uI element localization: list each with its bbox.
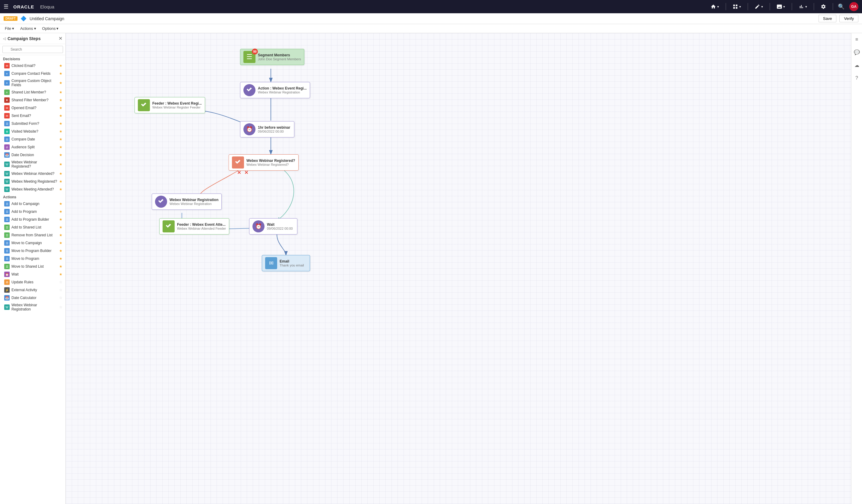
star-icon[interactable]: ★ (59, 129, 63, 134)
list-item[interactable]: ☰ Move to Program ★ (0, 255, 65, 263)
list-item[interactable]: ✉ Clicked Email? ★ (0, 62, 65, 70)
list-item[interactable]: ≡ Compare Contact Fields ★ (0, 70, 65, 78)
nav-separator-5 (814, 3, 814, 10)
star-icon[interactable]: ☆ (59, 280, 63, 284)
options-menu[interactable]: Options ▾ (40, 25, 61, 32)
star-icon[interactable]: ★ (59, 81, 63, 85)
user-avatar[interactable]: GA (849, 2, 858, 11)
star-icon[interactable]: ★ (59, 225, 63, 229)
right-panel-help-btn[interactable]: ? (854, 74, 859, 82)
star-icon[interactable]: ★ (59, 98, 63, 102)
webex-registration-node[interactable]: Webex Webinar Registration Webex Webinar… (152, 194, 222, 210)
right-panel-list-btn[interactable]: ≡ (854, 36, 859, 43)
list-item[interactable]: ⊘ Audience Split ★ (0, 143, 65, 151)
search-nav-btn[interactable]: 🔍 (838, 3, 845, 10)
step-label: Compare Contact Fields (12, 71, 57, 76)
canvas-area[interactable]: 99 ☰ Segment Members John Doe Segment Me… (66, 33, 851, 504)
star-icon[interactable]: ★ (59, 202, 63, 206)
star-icon[interactable]: ★ (59, 249, 63, 253)
decision-webex-node[interactable]: Webex Webinar Registered? Webex Webinar … (228, 154, 299, 171)
star-icon[interactable]: ★ (59, 162, 63, 167)
apps-nav-btn[interactable]: ▾ (731, 3, 743, 11)
list-item[interactable]: ✉ Opened Email? ★ (0, 104, 65, 112)
list-item[interactable]: W Webex Meeting Attended? ★ (0, 185, 65, 193)
list-item[interactable]: 📅 Date Decision ★ (0, 151, 65, 159)
list-item[interactable]: ☰ Add to Campaign ★ (0, 200, 65, 208)
verify-button[interactable]: Verify (839, 15, 858, 22)
list-item[interactable]: ⚡ External Activity ☆ (0, 286, 65, 294)
wait-2-node[interactable]: ⏰ Wait 09/06/2022 00:00 (249, 218, 297, 235)
feeder-webex-node[interactable]: Feeder : Webex Event Regi... Webex Webin… (134, 97, 205, 113)
list-item[interactable]: ☰ Submitted Form? ★ (0, 120, 65, 128)
hamburger-menu[interactable]: ☰ (4, 3, 9, 10)
reports-nav-btn[interactable]: ▾ (797, 3, 809, 11)
list-item[interactable]: ⊟ Compare Date ★ (0, 135, 65, 143)
list-item[interactable]: ⊕ Visited Website? ★ (0, 128, 65, 135)
list-item[interactable]: ▼ Shared Filter Member? ★ (0, 96, 65, 104)
list-item[interactable]: W Webex Webinar Registered? ★ (0, 159, 65, 170)
list-item[interactable]: ☰ Add to Program Builder ★ (0, 215, 65, 223)
actions-menu[interactable]: Actions ▾ (18, 25, 39, 32)
star-icon[interactable]: ★ (59, 90, 63, 94)
star-icon[interactable]: ★ (59, 264, 63, 268)
sidebar-collapse-icon[interactable]: ◁ (3, 37, 6, 41)
list-item[interactable]: ☰ Add to Shared List ★ (0, 223, 65, 231)
right-panel-cloud-btn[interactable]: ☁ (853, 61, 861, 69)
list-item[interactable]: W Webex Meeting Registered? ★ (0, 177, 65, 185)
list-item[interactable]: 📅 Date Calculator ☆ (0, 294, 65, 302)
webex-registration-action-icon: W (4, 304, 10, 310)
star-icon[interactable]: ★ (59, 241, 63, 245)
star-icon[interactable]: ☆ (59, 305, 63, 309)
star-icon[interactable]: ★ (59, 121, 63, 126)
list-item[interactable]: ⏰ Wait ★ (0, 270, 65, 278)
list-item[interactable]: ✉ Sent Email? ★ (0, 112, 65, 120)
list-item[interactable]: W Webex Webinar Registration ☆ (0, 302, 65, 313)
list-item[interactable]: ⚙ Update Rules ☆ (0, 278, 65, 286)
star-icon[interactable]: ★ (59, 187, 63, 191)
action-webex-node[interactable]: Action : Webex Event Regi... Webex Webin… (240, 82, 310, 98)
list-item[interactable]: ☰ Move to Campaign ★ (0, 239, 65, 247)
feeder-attended-node[interactable]: Feeder : Webex Event Atte... Webex Webin… (159, 218, 229, 235)
star-icon[interactable]: ☆ (59, 288, 63, 292)
settings-nav-btn[interactable] (819, 3, 828, 11)
wait-1hr-icon: ⏰ (244, 123, 256, 135)
segment-members-node[interactable]: 99 ☰ Segment Members John Doe Segment Me… (240, 49, 304, 65)
file-menu[interactable]: File ▾ (2, 25, 16, 32)
list-item[interactable]: ≡ Compare Custom Object Fields ★ (0, 78, 65, 88)
list-item[interactable]: ≡ Shared List Member? ★ (0, 88, 65, 96)
star-icon[interactable]: ★ (59, 145, 63, 149)
wait-1hr-node[interactable]: ⏰ 1hr before webinar 09/06/2022 00:00 (240, 121, 295, 137)
save-button[interactable]: Save (819, 15, 837, 22)
create-nav-btn[interactable]: ▾ (753, 3, 765, 11)
star-icon[interactable]: ★ (59, 180, 63, 184)
star-icon[interactable]: ☆ (59, 296, 63, 300)
star-icon[interactable]: ★ (59, 217, 63, 222)
list-item[interactable]: W Webex Webinar Attended? ★ (0, 170, 65, 177)
star-icon[interactable]: ★ (59, 71, 63, 76)
email-thankyou-node[interactable]: ✉ Email Thank you email (262, 255, 310, 271)
list-item[interactable]: ☰ Add to Program ★ (0, 208, 65, 215)
step-label: Date Calculator (12, 296, 57, 300)
star-icon[interactable]: ★ (59, 114, 63, 118)
search-input[interactable] (2, 46, 63, 53)
star-icon[interactable]: ★ (59, 233, 63, 237)
star-icon[interactable]: ★ (59, 172, 63, 176)
list-item[interactable]: ☰ Move to Shared List ★ (0, 263, 65, 270)
feeder-attended-subtitle: Webex Webinar Attended Feeder (177, 227, 226, 230)
star-icon[interactable]: ★ (59, 153, 63, 157)
right-panel-comment-btn[interactable]: 💬 (853, 48, 861, 56)
home-nav-btn[interactable]: ▾ (709, 3, 721, 11)
add-program-icon: ☰ (4, 209, 10, 214)
star-icon[interactable]: ★ (59, 210, 63, 214)
star-icon[interactable]: ★ (59, 256, 63, 261)
main-content: ◁ Campaign Steps ✕ 🔍 Decisions ✉ Clicked… (0, 33, 862, 504)
step-label: Date Decision (12, 153, 57, 157)
assets-nav-btn[interactable]: ▾ (775, 3, 787, 11)
star-icon[interactable]: ★ (59, 272, 63, 276)
list-item[interactable]: ☰ Move to Program Builder ★ (0, 247, 65, 255)
list-item[interactable]: ☰ Remove from Shared List ★ (0, 231, 65, 239)
star-icon[interactable]: ★ (59, 106, 63, 110)
sidebar-close-btn[interactable]: ✕ (58, 36, 63, 41)
star-icon[interactable]: ★ (59, 64, 63, 68)
star-icon[interactable]: ★ (59, 137, 63, 141)
